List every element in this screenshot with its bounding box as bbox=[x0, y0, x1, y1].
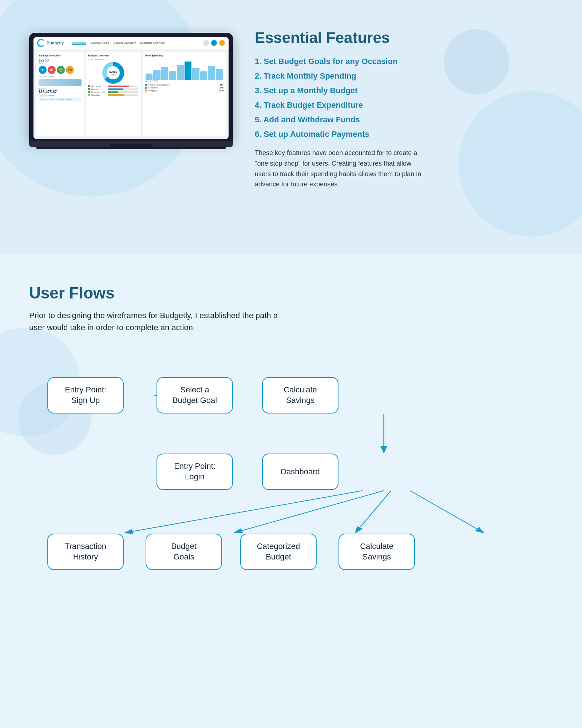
payment-activity-2: Payment Activity bbox=[39, 95, 82, 97]
flow-box-entry-signup: Entry Point:Sign Up bbox=[47, 377, 124, 414]
tx-shopping-amount: -$120 bbox=[218, 90, 223, 92]
svg-line-8 bbox=[410, 491, 484, 533]
dining-label: Dining bbox=[91, 88, 107, 90]
gasoline-bar bbox=[108, 94, 138, 96]
bar-3 bbox=[161, 67, 168, 80]
entertainment-bar bbox=[108, 91, 138, 93]
flow-box-budget-goals: BudgetGoals bbox=[146, 534, 222, 570]
tx-groceries-label: Groceries bbox=[148, 87, 218, 89]
bar-7 bbox=[192, 68, 199, 80]
feature-item-1: 1. Set Budget Goals for any Occasion bbox=[255, 57, 553, 66]
flow-diagram: Entry Point:Sign Up Select aBudget Goal … bbox=[29, 355, 553, 610]
top-section: Budgetly Dashboard Savings Goals Budget … bbox=[0, 0, 582, 255]
userflows-section: User Flows Prior to designing the wirefr… bbox=[0, 255, 582, 655]
budget-panel-title: Budget Overview bbox=[88, 54, 138, 57]
entry-login-text: Entry Point:Login bbox=[174, 461, 215, 482]
spending-transactions: Food & Entertainment -$87 Groceries -$45… bbox=[145, 84, 223, 92]
laptop-foot bbox=[36, 147, 226, 149]
flow-box-dashboard: Dashboard bbox=[262, 454, 338, 490]
tx-groceries: Groceries -$45 bbox=[145, 87, 223, 89]
bar-1 bbox=[146, 74, 153, 80]
savings-overview-panel: Savings Overview $2750 remaining ✈ 🛍 🍔 🎮… bbox=[36, 52, 84, 136]
userflows-title: User Flows bbox=[29, 284, 553, 302]
svg-line-7 bbox=[355, 491, 391, 533]
groceries-label: Groceries bbox=[91, 85, 107, 87]
gasoline-dot bbox=[88, 94, 90, 96]
tx-food-label: Food & Entertainment bbox=[148, 84, 218, 86]
payment-sub: Savings, Credit Cards, Mortgages bbox=[39, 98, 82, 101]
transaction-history-text: TransactionHistory bbox=[65, 541, 106, 562]
nav-link-spending: Spending Overview bbox=[140, 41, 165, 45]
dining-bar bbox=[108, 88, 138, 90]
logo-circle-icon bbox=[37, 39, 45, 47]
feature-item-2: 2. Track Monthly Spending bbox=[255, 71, 553, 81]
calculate-savings-top-text: CalculateSavings bbox=[284, 385, 317, 405]
svg-line-6 bbox=[234, 491, 384, 533]
activity-wave bbox=[39, 79, 82, 86]
settings-icon bbox=[219, 40, 225, 46]
feature-text-1: 1. Set Budget Goals for any Occasion bbox=[255, 57, 553, 66]
savings-icon-shopping: 🛍 bbox=[48, 66, 56, 74]
feature-item-5: 5. Add and Withdraw Funds bbox=[255, 115, 553, 124]
laptop-logo: Budgetly bbox=[37, 39, 64, 47]
bar-9 bbox=[208, 66, 215, 80]
laptop-screen-outer: Budgetly Dashboard Savings Goals Budget … bbox=[29, 33, 233, 141]
budget-item-entertainment: Entertainment bbox=[88, 91, 138, 93]
tx-food-amount: -$87 bbox=[219, 84, 223, 86]
bar-10 bbox=[216, 69, 223, 80]
laptop-mockup: Budgetly Dashboard Savings Goals Budget … bbox=[29, 33, 233, 149]
entry-signup-text: Entry Point:Sign Up bbox=[65, 385, 106, 405]
savings-icons: ✈ 🛍 🍔 🎮 bbox=[39, 66, 82, 74]
calculate-savings-bot-text: CalculateSavings bbox=[360, 541, 393, 562]
feature-item-4: 4. Track Budget Expenditure bbox=[255, 100, 553, 110]
feature-item-3: 3. Set up a Monthly Budget bbox=[255, 86, 553, 95]
tx-shopping: Shopping -$120 bbox=[145, 90, 223, 92]
tx-groceries-dot bbox=[145, 87, 147, 89]
features-description: These key features have been accounted f… bbox=[255, 148, 422, 190]
groceries-bar-fill bbox=[108, 86, 129, 87]
gasoline-bar-fill bbox=[108, 94, 124, 96]
budget-overview-panel: Budget Overview $3000 Remaining $2000 Sp… bbox=[86, 52, 140, 136]
flow-box-transaction-history: TransactionHistory bbox=[47, 534, 124, 570]
select-budget-text: Select aBudget Goal bbox=[173, 385, 217, 405]
tx-shopping-label: Shopping bbox=[148, 90, 217, 92]
userflows-description: Prior to designing the wireframes for Bu… bbox=[29, 309, 284, 333]
donut-label: Spent bbox=[111, 74, 115, 76]
flow-box-calculate-savings-top: CalculateSavings bbox=[262, 377, 338, 414]
budget-remaining-text: $3000 Remaining bbox=[88, 58, 138, 60]
budget-items: Groceries Dining Entertainment bbox=[88, 85, 138, 96]
spending-chart bbox=[145, 58, 223, 80]
tx-shopping-dot bbox=[145, 90, 147, 92]
flow-box-select-budget: Select aBudget Goal bbox=[157, 377, 233, 414]
entertainment-dot bbox=[88, 91, 90, 93]
feature-text-3: 3. Set up a Monthly Budget bbox=[255, 86, 553, 95]
laptop-navbar: Budgetly Dashboard Savings Goals Budget … bbox=[33, 37, 229, 49]
user-icon bbox=[211, 40, 217, 46]
categorized-budget-text: CategorizedBudget bbox=[257, 541, 300, 562]
feature-text-5: 5. Add and Withdraw Funds bbox=[255, 115, 553, 124]
groceries-dot bbox=[88, 85, 90, 87]
flow-box-categorized-budget: CategorizedBudget bbox=[240, 534, 317, 570]
bell-icon bbox=[203, 40, 209, 46]
tx-groceries-amount: -$45 bbox=[219, 87, 223, 89]
savings-sub-label: remaining bbox=[39, 62, 82, 64]
transactions-label: After 1, 77/80 bbox=[145, 80, 223, 82]
laptop-screen-inner: Budgetly Dashboard Savings Goals Budget … bbox=[33, 37, 229, 139]
entertainment-bar-fill bbox=[108, 91, 118, 93]
features-section: Essential Features 1. Set Budget Goals f… bbox=[255, 22, 553, 190]
laptop-nav-icons bbox=[203, 40, 225, 46]
flow-grid: Entry Point:Sign Up Select aBudget Goal … bbox=[29, 355, 553, 610]
gasoline-label: Gasoline bbox=[91, 94, 107, 96]
entertainment-label: Entertainment bbox=[91, 91, 107, 93]
spending-panel-title: Total Spending bbox=[145, 54, 223, 57]
groceries-bar bbox=[108, 86, 138, 87]
nav-link-savings: Savings Goals bbox=[90, 41, 109, 45]
flow-box-entry-login: Entry Point:Login bbox=[157, 454, 233, 490]
savings-icon-travel: ✈ bbox=[39, 66, 47, 74]
budget-goals-text: BudgetGoals bbox=[171, 541, 197, 562]
bar-5 bbox=[177, 65, 184, 80]
svg-line-5 bbox=[124, 491, 363, 533]
laptop-nav-links: Dashboard Savings Goals Budget Overview … bbox=[72, 41, 165, 45]
features-title: Essential Features bbox=[255, 29, 553, 47]
dashboard-text: Dashboard bbox=[281, 467, 320, 477]
